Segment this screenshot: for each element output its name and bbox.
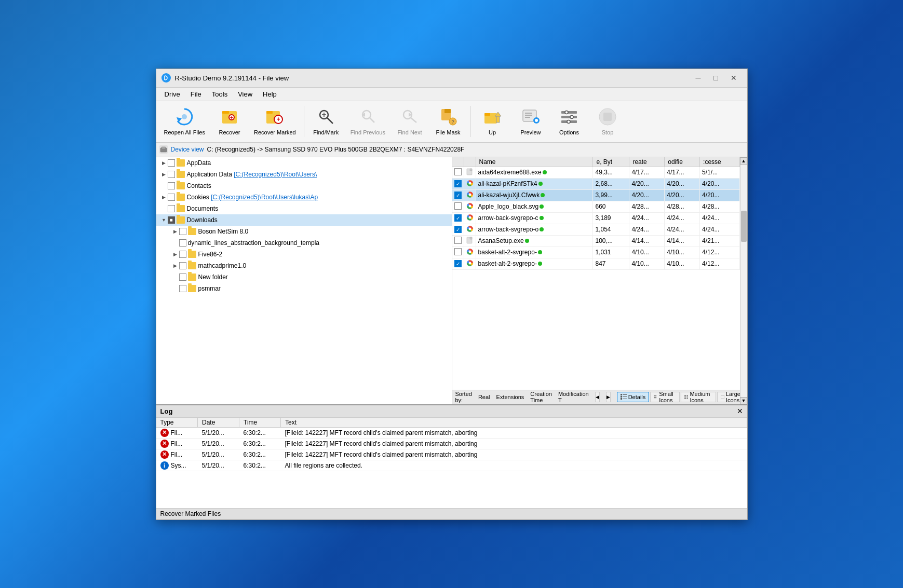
scroll-down-button[interactable]: ▼ [740,397,747,404]
file-mask-button[interactable]: ? File Mask [429,103,467,140]
tree-link-appdata2[interactable]: [C:(Recognized5)\Root\Users\ [234,171,317,178]
tree-item-newfolder[interactable]: New folder [156,271,452,283]
minimize-button[interactable]: ─ [690,72,707,84]
expander-mathcad[interactable]: ▶ [172,262,179,269]
col-name[interactable]: Name [476,157,593,167]
sort-extensions[interactable]: Extensions [496,394,524,400]
tree-link-cookies[interactable]: [C:(Recognized5)\Root\Users\lukas\Ap [211,194,318,201]
view-large-icons-button[interactable]: Large Icons [717,392,740,402]
large-icons-icon [721,394,724,400]
tree-item-boson[interactable]: ▶ Boson NetSim 8.0 [156,226,452,237]
row-checkbox[interactable] [454,248,462,255]
checkbox-newfolder[interactable] [179,274,186,281]
row-checkbox[interactable] [454,237,462,244]
up-button[interactable]: Up [474,103,511,140]
expander-five86[interactable]: ▶ [172,251,179,258]
checkbox-downloads[interactable]: ■ [168,216,175,224]
checkbox-contacts[interactable] [168,182,175,189]
tree-item-dynamic[interactable]: dynamic_lines_abstraction_background_tem… [156,237,452,249]
options-button[interactable]: Options [550,103,588,140]
col-size[interactable]: e, Byt [593,157,629,167]
row-checkbox[interactable]: ✓ [454,180,462,187]
checkbox-appdata[interactable] [168,159,175,167]
find-next-button[interactable]: Find Next [391,103,428,140]
col-accessed[interactable]: :cesse [700,157,739,167]
find-mark-button[interactable]: Find/Mark [307,103,345,140]
tree-item-documents[interactable]: Documents [156,203,452,214]
row-checkbox[interactable] [454,202,462,210]
view-details-button[interactable]: Details [617,392,650,402]
menu-file[interactable]: File [186,89,206,99]
row-checkbox[interactable]: ✓ [454,214,462,222]
tree-label-downloads: Downloads [187,216,218,224]
recover-button[interactable]: + Recover [211,103,248,140]
scrollbar-thumb[interactable] [741,211,747,242]
checkbox-appdata2[interactable] [168,171,175,178]
table-row[interactable]: ✓ arrow- [452,212,740,224]
expander-appdata2[interactable]: ▶ [160,171,168,178]
tree-item-downloads[interactable]: ▼ ■ Downloads [156,214,452,226]
maximize-button[interactable]: □ [708,72,724,84]
col-created[interactable]: reate [629,157,665,167]
row-checkbox[interactable]: ✓ [454,260,462,267]
tree-item-mathcad[interactable]: ▶ mathcadprime1.0 [156,260,452,271]
find-previous-button[interactable]: Find Previous [346,103,390,140]
checkbox-boson[interactable] [179,228,186,235]
scroll-right-button[interactable]: ▶ [606,392,611,402]
folder-icon [177,159,185,167]
col-modified[interactable]: odifie [665,157,700,167]
tree-item-five86[interactable]: ▶ Five86-2 [156,249,452,260]
scrollbar-track[interactable] [740,165,747,397]
row-checkbox[interactable]: ✓ [454,192,462,199]
table-row[interactable]: Apple_logo_black.svg 660 4/28... 4/28...… [452,201,740,212]
log-scroll-area[interactable]: Type Date Time Text ✕ Fil... [156,418,747,508]
view-small-icons-button[interactable]: Small Icons [650,392,680,402]
log-close-button[interactable]: ✕ [737,407,743,415]
tree-item-cookies[interactable]: ▶ Cookies [C:(Recognized5)\Root\Users\lu… [156,192,452,203]
table-row[interactable]: ✓ basket [452,258,740,269]
log-row: i Sys... 5/1/20... 6:30:2... All file re… [156,460,747,471]
menu-drive[interactable]: Drive [160,89,184,99]
table-row[interactable]: ✓ ali-ka [452,178,740,189]
tree-item-psmmar[interactable]: psmmar [156,283,452,294]
preview-button[interactable]: Preview [512,103,549,140]
device-view-label[interactable]: Device view [171,146,204,153]
checkbox-dynamic[interactable] [179,239,186,247]
reopen-all-files-button[interactable]: Reopen All Files [159,103,210,140]
table-row[interactable]: ✓ ali-ka [452,189,740,201]
vertical-scrollbar[interactable]: ▲ ▼ [740,157,747,404]
recover-icon: + [219,106,240,127]
expander-boson[interactable]: ▶ [172,228,179,235]
options-icon [559,106,579,127]
checkbox-documents[interactable] [168,205,175,212]
tree-item-contacts[interactable]: Contacts [156,180,452,192]
view-medium-icons-button[interactable]: Medium Icons [681,392,716,402]
checkbox-mathcad[interactable] [179,262,186,269]
scroll-left-button[interactable]: ◀ [595,392,600,402]
row-checkbox[interactable] [454,168,462,175]
table-row[interactable]: aida64extreme688.exe 49,3... 4/17... 4/1… [452,167,740,178]
tree-item-appdata[interactable]: ▶ AppData [156,157,452,169]
tree-item-appdata2[interactable]: ▶ Application Data [C:(Recognized5)\Root… [156,169,452,180]
expander-cookies[interactable]: ▶ [160,194,168,201]
checkbox-psmmar[interactable] [179,285,186,292]
expander-appdata[interactable]: ▶ [160,159,168,167]
menu-view[interactable]: View [234,89,257,99]
checkbox-cookies[interactable] [168,194,175,201]
row-checkbox[interactable]: ✓ [454,226,462,233]
sort-modification-t[interactable]: Modification T [558,391,589,403]
table-row[interactable]: ✓ arrow- [452,224,740,235]
menu-tools[interactable]: Tools [208,89,232,99]
checkbox-five86[interactable] [179,251,186,258]
sort-real[interactable]: Real [478,394,490,400]
table-row[interactable]: AsanaSetup.exe 100,... 4/14... 4/14... 4… [452,235,740,247]
expander-downloads[interactable]: ▼ [160,216,168,224]
recover-marked-button[interactable]: + Recover Marked [249,103,301,140]
tree-label-contacts: Contacts [187,182,211,189]
sort-creation-time[interactable]: Creation Time [530,391,552,403]
scroll-up-button[interactable]: ▲ [740,157,747,165]
table-row[interactable]: basket-alt-2-svgrepo- 1,031 4/10... 4/10… [452,247,740,258]
menu-help[interactable]: Help [259,89,281,99]
stop-button[interactable]: Stop [589,103,626,140]
close-button[interactable]: ✕ [725,72,742,84]
